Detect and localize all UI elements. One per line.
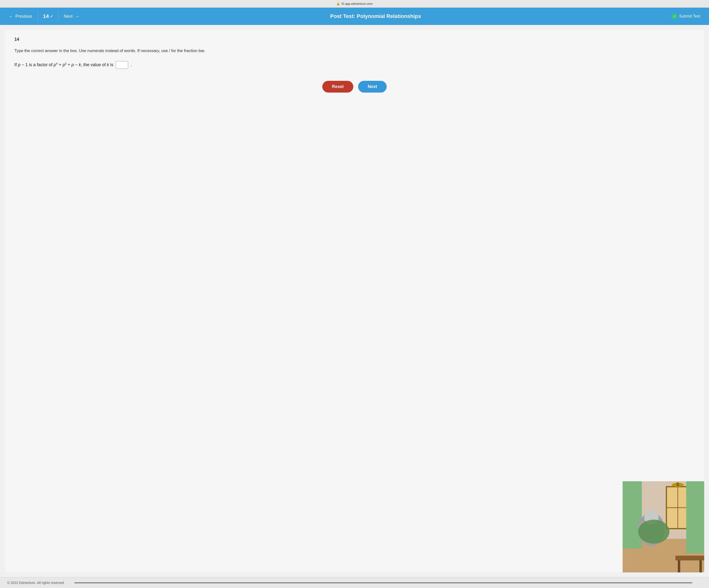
svg-rect-2 [623,481,642,549]
footer: © 2022 Edmentum. All rights reserved. [0,577,709,588]
instructions-text: Type the correct answer in the box. Use … [15,48,694,54]
svg-point-12 [638,520,669,543]
url-text: f2.app.edmentum.com [342,2,372,5]
check-icon: ✓ [672,14,677,19]
submit-test-button[interactable]: ✓ Submit Test [668,12,704,21]
reset-button[interactable]: Reset [322,81,353,92]
submit-label: Submit Test [679,14,700,19]
nav-header: ← Previous 14 ✓ Next → Post Test: Polyno… [0,8,709,25]
browser-bar: 🔒 f2.app.edmentum.com [0,0,709,8]
next-label-header: Next [64,14,73,19]
divider-2 [58,11,58,21]
lock-icon: 🔒 [336,2,340,5]
decorative-image-inner [623,481,704,572]
footer-copyright: © 2022 Edmentum. All rights reserved. [7,581,65,585]
divider-1 [38,11,38,21]
svg-rect-9 [677,482,679,486]
svg-rect-7 [686,481,704,553]
button-row: Reset Next [15,81,694,92]
question-number-label: 14 [15,37,694,42]
decorative-image [623,481,704,572]
right-arrow-icon: → [75,14,79,19]
question-number-dropdown[interactable]: 14 ✓ [40,11,56,21]
chevron-down-icon: ✓ [50,14,53,19]
next-button-header[interactable]: Next → [60,12,83,21]
svg-rect-14 [678,560,680,572]
next-button-question[interactable]: Next [358,81,387,92]
answer-input[interactable] [116,61,128,69]
svg-rect-13 [675,556,704,560]
footer-line [74,583,692,583]
question-card: 14 Type the correct answer in the box. U… [5,30,704,572]
period: . [131,62,132,67]
question-prefix: If p − 1 is a factor of p4 + p2 + p − k,… [15,62,113,67]
main-content: 14 Type the correct answer in the box. U… [0,25,709,577]
question-number-value: 14 [43,13,49,20]
page-title: Post Test: Polynomial Relationships [83,13,668,20]
question-body: If p − 1 is a factor of p4 + p2 + p − k,… [15,61,694,69]
previous-button[interactable]: ← Previous [5,12,36,21]
previous-label: Previous [15,14,32,19]
left-arrow-icon: ← [9,14,14,19]
svg-rect-15 [700,560,702,572]
